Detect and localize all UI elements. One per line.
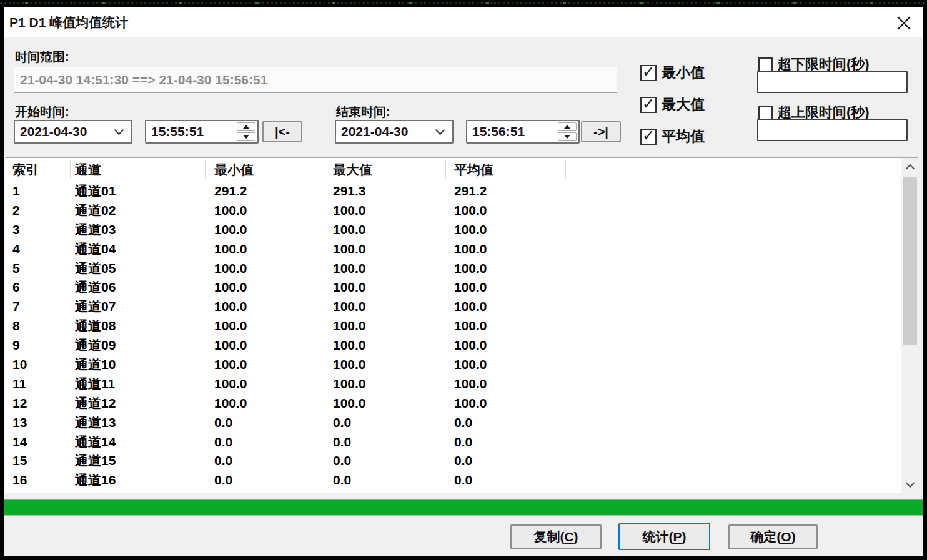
- scrollbar-thumb[interactable]: [903, 177, 917, 345]
- spin-up-button[interactable]: [237, 122, 255, 131]
- table-cell: 291.2: [214, 182, 247, 201]
- copy-button[interactable]: 复制(C): [510, 524, 602, 549]
- table-row[interactable]: 8通道08100.0100.0100.0: [5, 317, 918, 336]
- check-icon: ✓: [642, 64, 655, 79]
- table-row[interactable]: 1通道01291.2291.3291.2: [5, 182, 918, 201]
- table-cell: 15: [12, 451, 27, 471]
- checkbox-label: 最大值: [662, 95, 705, 114]
- table-cell: 通道12: [75, 394, 116, 413]
- checkbox-label: 最小值: [662, 63, 705, 82]
- start-time-label: 开始时间:: [15, 104, 69, 120]
- ok-button[interactable]: 确定(O): [728, 524, 818, 549]
- column-header-min[interactable]: 最小值: [214, 158, 254, 182]
- checkbox-box[interactable]: ✓: [640, 97, 657, 113]
- table-cell: 0.0: [333, 451, 351, 471]
- end-date-combobox[interactable]: 2021-04-30: [335, 120, 454, 144]
- table-cell: 100.0: [214, 240, 247, 259]
- column-header-avg[interactable]: 平均值: [454, 158, 493, 182]
- table-cell: 0.0: [214, 471, 232, 490]
- table-row[interactable]: 3通道03100.0100.0100.0: [5, 220, 918, 240]
- checkbox-label: 平均值: [662, 127, 705, 146]
- table-cell: 100.0: [454, 201, 487, 220]
- table-row[interactable]: 4通道04100.0100.0100.0: [5, 240, 918, 259]
- button-label: ): [791, 529, 796, 544]
- button-accesskey: O: [781, 529, 791, 544]
- column-header-channel[interactable]: 通道: [75, 158, 101, 182]
- table-row[interactable]: 9通道09100.0100.0100.0: [5, 336, 918, 355]
- table-row[interactable]: 5通道05100.0100.0100.0: [5, 259, 918, 278]
- table-row[interactable]: 13通道130.00.00.0: [5, 413, 918, 433]
- checkbox-box[interactable]: ✓: [758, 57, 773, 72]
- table-cell: 通道04: [75, 240, 116, 259]
- table-cell: 100.0: [333, 375, 366, 394]
- table-cell: 291.3: [333, 182, 366, 201]
- start-date-combobox[interactable]: 2021-04-30: [14, 120, 132, 144]
- jump-to-start-button[interactable]: |<-: [262, 121, 302, 142]
- table-cell: 14: [12, 433, 27, 452]
- table-row[interactable]: 16通道160.00.00.0: [5, 471, 918, 490]
- table-cell: 13: [12, 413, 27, 433]
- table-cell: 100.0: [454, 355, 487, 375]
- column-divider: [565, 160, 566, 179]
- table-row[interactable]: 14通道140.00.00.0: [5, 433, 918, 452]
- checkbox-box[interactable]: ✓: [640, 129, 657, 145]
- table-row[interactable]: 2通道02100.0100.0100.0: [5, 201, 918, 220]
- checkbox-avg[interactable]: ✓ 平均值: [640, 127, 705, 146]
- table-cell: 100.0: [454, 259, 487, 278]
- table-cell: 7: [12, 297, 20, 317]
- scroll-down-button[interactable]: [901, 476, 918, 493]
- end-time-value: 15:56:51: [472, 121, 525, 142]
- table-cell: 100.0: [333, 297, 366, 317]
- chevron-down-icon: [905, 479, 914, 488]
- time-range-label: 时间范围:: [15, 49, 69, 66]
- table-cell: 通道15: [75, 451, 116, 471]
- spin-down-button[interactable]: [237, 132, 255, 141]
- table-cell: 100.0: [454, 317, 487, 336]
- checkbox-min[interactable]: ✓ 最小值: [640, 63, 705, 82]
- time-range-field[interactable]: 21-04-30 14:51:30 ==> 21-04-30 15:56:51: [14, 67, 617, 93]
- table-cell: 2: [12, 201, 20, 220]
- table-row[interactable]: 10通道10100.0100.0100.0: [5, 355, 918, 375]
- table-cell: 100.0: [454, 220, 487, 240]
- table-row[interactable]: 15通道150.00.00.0: [5, 451, 918, 471]
- table-cell: 100.0: [333, 278, 366, 297]
- arrow-down-icon: [564, 135, 570, 139]
- table-row[interactable]: 6通道06100.0100.0100.0: [5, 278, 918, 297]
- table-cell: 100.0: [454, 240, 487, 259]
- below-limit-time-input[interactable]: [757, 71, 908, 93]
- column-header-index[interactable]: 索引: [12, 158, 39, 182]
- checkbox-max[interactable]: ✓ 最大值: [640, 95, 705, 114]
- table-cell: 0.0: [214, 413, 232, 433]
- table-cell: 9: [12, 336, 20, 355]
- stat-button[interactable]: 统计(P): [618, 523, 710, 550]
- scroll-up-button[interactable]: [901, 158, 918, 176]
- background-app-strip: [0, 0, 927, 7]
- checkbox-box[interactable]: ✓: [758, 106, 773, 120]
- table-cell: 10: [12, 355, 27, 375]
- spin-down-button[interactable]: [558, 132, 577, 141]
- table-header: 索引 通道 最小值 最大值 平均值: [5, 158, 918, 182]
- screen: P1 D1 峰值均值统计 时间范围: 21-04-30 14:51:30 ==>…: [0, 0, 927, 560]
- table-cell: 5: [12, 259, 20, 278]
- table-cell: 100.0: [214, 394, 247, 413]
- table-row[interactable]: 12通道12100.0100.0100.0: [5, 394, 918, 413]
- end-time-label: 结束时间:: [336, 104, 390, 120]
- start-time-spinner[interactable]: 15:55:51: [145, 120, 259, 144]
- checkbox-box[interactable]: ✓: [640, 65, 657, 81]
- button-label: ): [682, 529, 687, 544]
- start-time-value: 15:55:51: [151, 121, 204, 142]
- table-row[interactable]: 7通道07100.0100.0100.0: [5, 297, 918, 317]
- jump-to-end-button[interactable]: ->|: [581, 121, 621, 142]
- above-limit-time-input[interactable]: [757, 119, 908, 141]
- table-cell: 100.0: [333, 240, 366, 259]
- spin-up-button[interactable]: [558, 122, 577, 131]
- table-cell: 通道06: [75, 278, 116, 297]
- table-cell: 3: [12, 220, 20, 240]
- end-time-spinner[interactable]: 15:56:51: [466, 120, 580, 144]
- vertical-scrollbar[interactable]: [901, 158, 918, 493]
- table-cell: 100.0: [214, 317, 247, 336]
- table-cell: 0.0: [214, 433, 232, 452]
- table-row[interactable]: 11通道11100.0100.0100.0: [5, 375, 918, 394]
- column-header-max[interactable]: 最大值: [333, 158, 372, 182]
- close-button[interactable]: [894, 13, 914, 33]
